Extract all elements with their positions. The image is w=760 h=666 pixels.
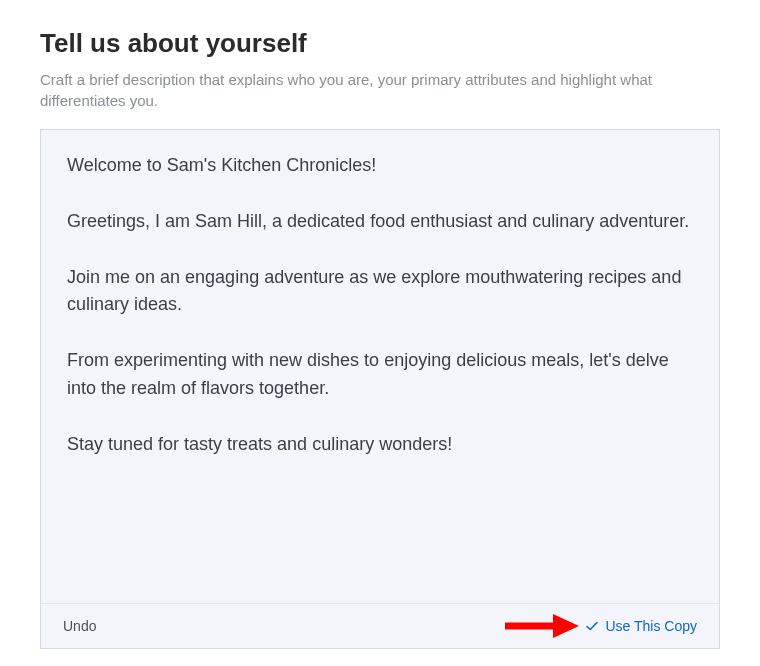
bio-editor-text[interactable]: Welcome to Sam's Kitchen Chronicles! Gre… (67, 152, 693, 459)
use-this-copy-label: Use This Copy (605, 618, 697, 634)
page-title: Tell us about yourself (40, 28, 720, 59)
red-arrow-annotation (503, 612, 581, 640)
page-subtitle: Craft a brief description that explains … (40, 69, 720, 111)
bio-editor-container: Welcome to Sam's Kitchen Chronicles! Gre… (40, 129, 720, 649)
svg-marker-1 (553, 614, 579, 638)
undo-button[interactable]: Undo (63, 618, 96, 634)
use-this-copy-button[interactable]: Use This Copy (585, 618, 697, 634)
bio-editor-scroll[interactable]: Welcome to Sam's Kitchen Chronicles! Gre… (41, 130, 719, 603)
check-icon (585, 619, 599, 633)
editor-footer: Undo Use This Copy (41, 603, 719, 648)
